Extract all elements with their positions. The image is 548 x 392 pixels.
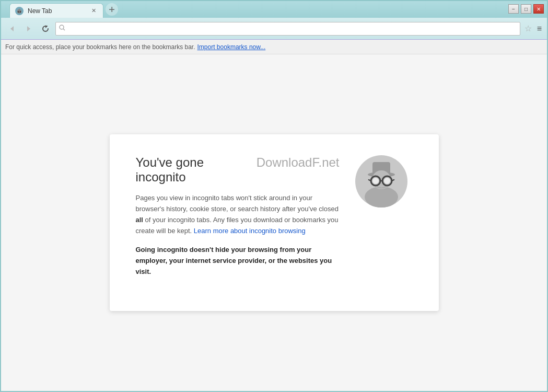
new-tab-button[interactable] [106, 3, 118, 16]
search-icon [59, 25, 65, 32]
minimize-button[interactable]: − [508, 4, 519, 14]
svg-line-10 [63, 29, 65, 30]
bookmarks-hint-text: For quick access, place your bookmarks h… [5, 43, 195, 51]
tab-bar: New Tab ✕ [5, 1, 547, 18]
active-tab[interactable]: New Tab ✕ [9, 3, 103, 18]
forward-button[interactable] [22, 22, 36, 36]
reload-button[interactable] [39, 22, 52, 36]
incognito-card: You've gone incognito DownloadF.net Page… [110, 134, 439, 311]
chrome-menu-button[interactable]: ≡ [536, 23, 543, 34]
svg-point-19 [384, 178, 390, 184]
tab-title: New Tab [28, 7, 52, 15]
svg-marker-1 [17, 8, 21, 11]
bookmark-star-button[interactable]: ☆ [523, 22, 533, 34]
svg-point-12 [365, 187, 398, 207]
incognito-icon [350, 150, 413, 213]
svg-rect-4 [18, 11, 21, 12]
svg-marker-7 [10, 26, 14, 31]
brand-watermark: DownloadF.net [256, 155, 340, 170]
import-bookmarks-link[interactable]: Import bookmarks now... [197, 43, 266, 51]
tab-favicon [15, 7, 24, 15]
window-controls: − □ ✕ [508, 4, 544, 14]
close-button[interactable]: ✕ [533, 4, 544, 14]
back-button[interactable] [5, 22, 19, 36]
incognito-title: You've gone incognito [136, 155, 251, 185]
toolbar: ☆ ≡ [1, 18, 547, 40]
card-header: You've gone incognito DownloadF.net Page… [136, 155, 413, 278]
url-input[interactable] [67, 25, 517, 32]
learn-more-link[interactable]: Learn more about incognito browsing [194, 227, 306, 235]
address-bar[interactable] [55, 22, 520, 36]
svg-rect-6 [112, 7, 113, 12]
bookmarks-bar: For quick access, place your bookmarks h… [1, 40, 547, 54]
page-content: You've gone incognito DownloadF.net Page… [1, 54, 547, 391]
svg-point-17 [372, 178, 379, 184]
maximize-button[interactable]: □ [521, 4, 531, 14]
browser-window: New Tab ✕ − □ ✕ [0, 0, 548, 392]
incognito-warning-text: Going incognito doesn't hide your browsi… [136, 245, 340, 277]
svg-point-9 [60, 25, 64, 29]
incognito-figure-svg [353, 153, 410, 210]
tab-close-button[interactable]: ✕ [89, 7, 98, 15]
card-title-row: You've gone incognito DownloadF.net [136, 155, 340, 185]
svg-marker-8 [27, 26, 30, 31]
title-bar: New Tab ✕ − □ ✕ [1, 1, 547, 18]
card-title-area: You've gone incognito DownloadF.net Page… [136, 155, 340, 278]
incognito-body-text: Pages you view in incognito tabs won't s… [136, 193, 340, 236]
